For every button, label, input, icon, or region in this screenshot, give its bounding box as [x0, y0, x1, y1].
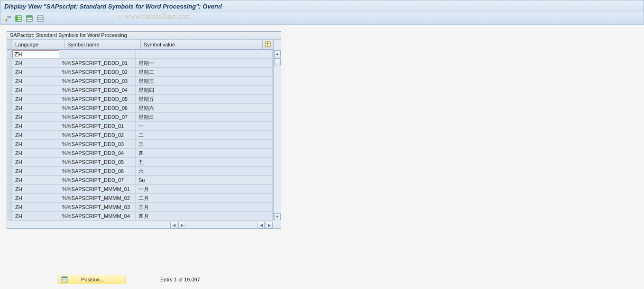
symbol-name-cell[interactable]: %%SAPSCRIPT_DDD_05	[59, 158, 136, 166]
language-cell[interactable]: ZH	[12, 158, 59, 166]
row-selector[interactable]	[7, 95, 12, 103]
col-header-symbol-value[interactable]: Symbol value	[141, 40, 263, 49]
symbol-name-cell[interactable]: %%SAPSCRIPT_MMMM_04	[59, 212, 136, 220]
select-block-button[interactable]	[36, 14, 45, 23]
symbol-value-cell[interactable]: 一	[136, 122, 273, 130]
symbol-value-cell[interactable]: Su	[136, 176, 273, 184]
language-cell[interactable]: ZH	[12, 113, 59, 121]
symbol-value-cell[interactable]: 星期六	[136, 104, 273, 112]
table-select-all-icon	[15, 15, 22, 22]
symbol-name-cell[interactable]: %%SAPSCRIPT_DDDD_02	[59, 68, 136, 76]
language-cell[interactable]: ZH	[12, 194, 59, 202]
language-cell[interactable]: ZH	[12, 212, 59, 220]
symbol-value-cell[interactable]: 六	[136, 167, 273, 175]
deselect-all-button[interactable]	[25, 14, 34, 23]
horizontal-scrollbar[interactable]: ◀ ▶ ◀ ▶	[7, 221, 281, 228]
language-cell[interactable]: ZH	[12, 149, 59, 157]
panel-title: SAPscript: Standard Symbols for Word Pro…	[7, 32, 281, 40]
row-selector[interactable]	[7, 77, 12, 85]
language-cell[interactable]: ZH	[12, 104, 59, 112]
table-row: ZH%%SAPSCRIPT_DDDD_06星期六	[7, 104, 273, 113]
vertical-scrollbar[interactable]: ▲ ▼	[273, 40, 281, 221]
row-selector[interactable]	[7, 122, 12, 130]
scroll-down-button[interactable]: ▼	[274, 213, 281, 220]
symbol-value-cell[interactable]: 星期三	[136, 77, 273, 85]
symbol-name-cell[interactable]: %%SAPSCRIPT_DDDD_05	[59, 95, 136, 103]
row-selector[interactable]	[7, 212, 12, 220]
language-cell[interactable]: ZH	[12, 95, 59, 103]
symbol-name-cell[interactable]: %%SAPSCRIPT_DDD_07	[59, 176, 136, 184]
row-selector[interactable]	[7, 68, 12, 76]
language-cell[interactable]: ZH	[12, 86, 59, 94]
scroll-up-button[interactable]: ▲	[274, 50, 281, 57]
row-selector[interactable]	[7, 203, 12, 211]
symbol-value-cell[interactable]: 二月	[136, 194, 273, 202]
scroll-left-button[interactable]: ◀	[170, 222, 177, 228]
symbol-name-cell[interactable]: %%SAPSCRIPT_DDDD_01	[59, 59, 136, 67]
row-selector[interactable]	[7, 149, 12, 157]
symbol-name-cell[interactable]: %%SAPSCRIPT_DDDD_04	[59, 86, 136, 94]
row-selector[interactable]	[7, 194, 12, 202]
language-cell[interactable]: ZH	[12, 59, 59, 67]
symbol-name-cell[interactable]: %%SAPSCRIPT_DDD_04	[59, 149, 136, 157]
symbol-value-cell[interactable]	[136, 50, 273, 58]
language-cell[interactable]: ZH	[12, 131, 59, 139]
application-toolbar	[0, 12, 644, 25]
symbol-value-cell[interactable]: 四月	[136, 212, 273, 220]
symbol-value-cell[interactable]: 四	[136, 149, 273, 157]
symbol-value-cell[interactable]: 五	[136, 158, 273, 166]
scroll-right-button[interactable]: ▶	[178, 222, 185, 228]
language-cell[interactable]: ZH	[12, 167, 59, 175]
symbol-value-cell[interactable]: 星期日	[136, 113, 273, 121]
row-selector[interactable]	[7, 185, 12, 193]
scroll-thumb[interactable]	[274, 58, 281, 65]
row-selector[interactable]	[7, 131, 12, 139]
col-header-symbol-name[interactable]: Symbol name	[64, 40, 141, 49]
symbol-name-cell[interactable]: %%SAPSCRIPT_DDD_06	[59, 167, 136, 175]
symbol-value-cell[interactable]: 星期一	[136, 59, 273, 67]
symbol-value-cell[interactable]: 一月	[136, 185, 273, 193]
symbol-name-cell[interactable]: %%SAPSCRIPT_DDD_02	[59, 131, 136, 139]
symbol-name-cell[interactable]	[59, 50, 136, 58]
language-cell[interactable]: ZH	[12, 140, 59, 148]
row-selector[interactable]	[7, 140, 12, 148]
symbol-name-cell[interactable]: %%SAPSCRIPT_DDD_03	[59, 140, 136, 148]
row-selector[interactable]	[7, 176, 12, 184]
select-all-button[interactable]	[14, 14, 23, 23]
col-header-language[interactable]: Language	[12, 40, 64, 49]
table-settings-button[interactable]	[263, 40, 273, 49]
language-cell[interactable]: ZH	[12, 176, 59, 184]
table-row: ZH%%SAPSCRIPT_MMMM_01一月	[7, 185, 273, 194]
symbol-value-cell[interactable]: 星期五	[136, 95, 273, 103]
symbol-name-cell[interactable]: %%SAPSCRIPT_MMMM_02	[59, 194, 136, 202]
row-selector[interactable]	[7, 86, 12, 94]
language-cell[interactable]: ZH	[12, 68, 59, 76]
symbol-value-cell[interactable]: 三	[136, 140, 273, 148]
language-cell[interactable]: ZH	[12, 185, 59, 193]
language-cell[interactable]: ZH	[12, 122, 59, 130]
symbol-name-cell[interactable]: %%SAPSCRIPT_DDDD_07	[59, 113, 136, 121]
symbol-name-cell[interactable]: %%SAPSCRIPT_MMMM_01	[59, 185, 136, 193]
row-selector[interactable]	[7, 158, 12, 166]
language-cell[interactable]: ZH	[12, 203, 59, 211]
position-button[interactable]: Position...	[58, 275, 126, 284]
symbol-name-cell[interactable]: %%SAPSCRIPT_MMMM_03	[59, 203, 136, 211]
toggle-edit-button[interactable]	[3, 14, 12, 23]
row-selector[interactable]	[7, 167, 12, 175]
row-selector[interactable]	[7, 104, 12, 112]
symbol-value-cell[interactable]: 星期四	[136, 86, 273, 94]
row-selector[interactable]	[7, 59, 12, 67]
language-cell[interactable]: ZH	[12, 77, 59, 85]
symbol-name-cell[interactable]: %%SAPSCRIPT_DDDD_03	[59, 77, 136, 85]
row-selector[interactable]	[7, 50, 12, 58]
symbol-name-cell[interactable]: %%SAPSCRIPT_DDDD_06	[59, 104, 136, 112]
row-selector[interactable]	[7, 113, 12, 121]
row-selector-header[interactable]	[7, 40, 12, 49]
scroll-right-button-2[interactable]: ▶	[266, 222, 273, 228]
symbol-value-cell[interactable]: 二	[136, 131, 273, 139]
symbol-value-cell[interactable]: 三月	[136, 203, 273, 211]
symbol-value-cell[interactable]: 星期二	[136, 68, 273, 76]
symbol-name-cell[interactable]: %%SAPSCRIPT_DDD_01	[59, 122, 136, 130]
language-input[interactable]	[12, 50, 59, 58]
scroll-left-button-2[interactable]: ◀	[258, 222, 265, 228]
